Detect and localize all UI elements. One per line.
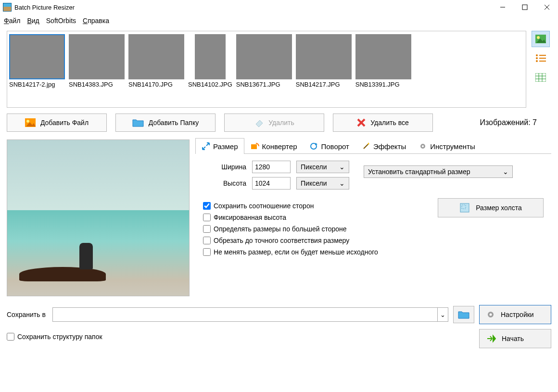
arrow-right-icon xyxy=(486,334,496,343)
view-list-button[interactable] xyxy=(532,50,550,66)
width-unit-select[interactable]: Пиксели⌄ xyxy=(296,161,349,173)
wand-icon xyxy=(362,142,370,151)
crop-exact-checkbox[interactable]: Обрезать до точного соответствия размеру xyxy=(203,237,423,244)
app-title: Batch Picture Resizer xyxy=(14,4,75,11)
image-icon xyxy=(25,118,36,127)
canvas-icon xyxy=(459,202,470,213)
menu-softorbits[interactable]: SoftOrbits xyxy=(46,17,76,25)
view-grid-button[interactable] xyxy=(532,69,550,86)
tab-converter[interactable]: Конвертер xyxy=(244,138,304,154)
no-upscale-checkbox[interactable]: Не менять размер, если он будет меньше и… xyxy=(203,248,423,256)
btn-label: Добавить Папку xyxy=(149,119,199,126)
tab-label: Конвертер xyxy=(262,142,297,151)
chevron-down-icon: ⌄ xyxy=(339,163,345,171)
gear-icon xyxy=(418,142,427,151)
thumb-label: SNB14217.JPG xyxy=(296,81,352,88)
svg-point-11 xyxy=(536,60,538,62)
window-controls xyxy=(492,0,558,14)
tab-label: Поворот xyxy=(321,142,349,151)
tab-label: Инструменты xyxy=(430,142,475,151)
file-toolbar: Добавить Файл Добавить Папку Удалить Уда… xyxy=(7,114,551,132)
btn-label: Добавить Файл xyxy=(40,119,89,126)
tab-effects[interactable]: Эффекты xyxy=(355,138,412,154)
titlebar: Batch Picture Resizer xyxy=(0,0,558,14)
preview-panel xyxy=(7,137,190,296)
height-input[interactable] xyxy=(252,177,291,190)
keep-folder-structure-checkbox[interactable]: Сохранить структуру папок xyxy=(7,333,102,341)
by-largest-checkbox[interactable]: Определять размеры по большей стороне xyxy=(203,225,423,233)
thumb-item[interactable]: SNB14383.JPG xyxy=(69,34,125,88)
svg-point-33 xyxy=(490,314,492,316)
thumb-item[interactable]: SNB13391.JPG xyxy=(355,34,411,88)
x-icon xyxy=(357,118,366,127)
preview-image xyxy=(7,139,190,296)
fixed-height-checkbox[interactable]: Фиксированная высота xyxy=(203,214,423,221)
menu-file[interactable]: Файл xyxy=(4,17,20,25)
tab-content-size: Ширина Пиксели⌄ Высота Пиксели⌄ Установи… xyxy=(195,154,551,266)
chevron-down-icon: ⌄ xyxy=(503,168,508,176)
svg-point-5 xyxy=(537,36,540,39)
chevron-down-icon: ⌄ xyxy=(440,311,445,318)
save-path-dropdown[interactable]: ⌄ xyxy=(437,308,448,321)
tab-size[interactable]: Размер xyxy=(195,138,244,154)
view-mode-buttons xyxy=(530,31,551,108)
canvas-size-button[interactable]: Размер холста xyxy=(438,198,544,217)
folder-open-icon xyxy=(458,310,469,319)
svg-line-26 xyxy=(364,144,368,149)
remove-button[interactable]: Удалить xyxy=(224,114,324,132)
menu-view[interactable]: Вид xyxy=(27,17,39,25)
svg-marker-27 xyxy=(368,142,369,144)
tab-tools[interactable]: Инструменты xyxy=(412,138,482,154)
gear-icon xyxy=(486,310,495,319)
save-row: Сохранить в ⌄ Настройки xyxy=(7,305,551,324)
tab-rotate[interactable]: Поворот xyxy=(303,138,355,154)
height-unit-select[interactable]: Пиксели⌄ xyxy=(296,177,349,190)
thumb-item[interactable]: SNB14217-2.jpg xyxy=(9,34,65,88)
width-input[interactable] xyxy=(252,161,291,173)
minimize-button[interactable] xyxy=(492,0,514,14)
close-button[interactable] xyxy=(536,0,558,14)
svg-point-9 xyxy=(536,57,538,59)
convert-icon xyxy=(251,142,259,151)
thumb-item[interactable]: SNB14217.JPG xyxy=(296,34,352,88)
tab-label: Размер xyxy=(213,142,238,151)
add-file-button[interactable]: Добавить Файл xyxy=(7,114,107,132)
settings-button[interactable]: Настройки xyxy=(479,305,551,324)
thumb-label: SNB14217-2.jpg xyxy=(9,81,65,88)
save-to-label: Сохранить в xyxy=(7,311,46,318)
menubar: Файл Вид SoftOrbits Справка xyxy=(0,14,558,27)
save-path-combo[interactable]: ⌄ xyxy=(52,307,448,322)
btn-label: Удалить xyxy=(268,119,294,126)
thumb-label: SNB14383.JPG xyxy=(69,81,125,88)
tabs-panel: Размер Конвертер Поворот Эффекты Инструм… xyxy=(195,137,551,296)
btn-label: Удалить все xyxy=(370,119,408,126)
start-button[interactable]: Начать xyxy=(479,329,551,348)
rotate-icon xyxy=(309,142,318,151)
thumb-item[interactable]: SNB14102.JPG xyxy=(188,34,232,88)
svg-point-7 xyxy=(536,54,538,56)
thumb-item[interactable]: SNB14170.JPG xyxy=(128,34,184,88)
height-label: Высота xyxy=(203,179,246,187)
view-thumbnails-button[interactable] xyxy=(532,31,550,47)
thumb-label: SNB13391.JPG xyxy=(355,81,411,88)
browse-button[interactable] xyxy=(453,306,474,323)
standard-size-select[interactable]: Установить стандартный размер⌄ xyxy=(364,165,513,178)
image-count: Изображений: 7 xyxy=(480,118,551,127)
aspect-ratio-checkbox[interactable]: Сохранить соотношение сторон xyxy=(203,202,423,210)
thumb-label: SNB14102.JPG xyxy=(188,81,232,88)
add-folder-button[interactable]: Добавить Папку xyxy=(115,114,216,132)
resize-icon xyxy=(202,142,210,151)
maximize-button[interactable] xyxy=(514,0,536,14)
remove-all-button[interactable]: Удалить все xyxy=(333,114,433,132)
thumb-label: SNB14170.JPG xyxy=(128,81,184,88)
menu-help[interactable]: Справка xyxy=(83,17,109,25)
tabs: Размер Конвертер Поворот Эффекты Инструм… xyxy=(195,137,551,154)
chevron-down-icon: ⌄ xyxy=(339,179,345,187)
save-path-input[interactable] xyxy=(53,308,437,321)
thumbnail-list[interactable]: SNB14217-2.jpg SNB14383.JPG SNB14170.JPG… xyxy=(7,31,526,108)
thumb-item[interactable]: SNB13671.JPG xyxy=(236,34,292,88)
svg-rect-23 xyxy=(251,144,257,149)
svg-point-19 xyxy=(26,120,29,123)
svg-rect-13 xyxy=(535,73,546,82)
tab-label: Эффекты xyxy=(373,142,406,151)
